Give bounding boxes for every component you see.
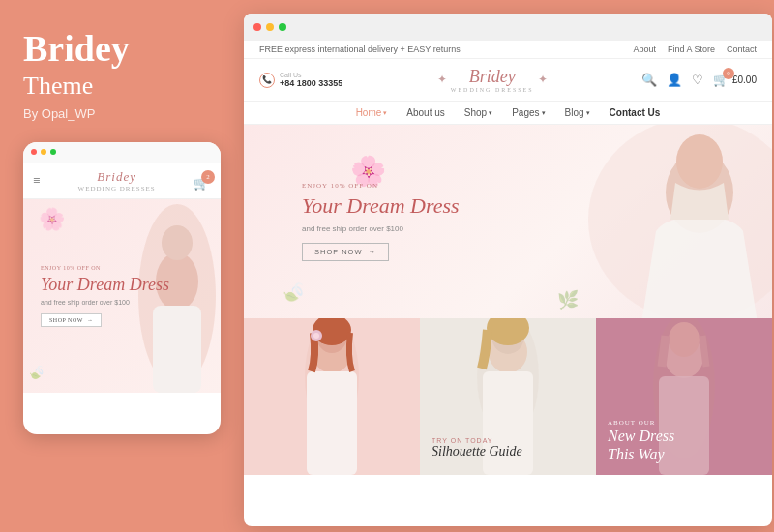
hero-woman-svg (550, 125, 772, 318)
mobile-hero-sub: and free ship order over $100 (41, 299, 207, 306)
account-icon[interactable]: 👤 (667, 73, 682, 88)
search-icon[interactable]: 🔍 (641, 73, 657, 88)
site-nav: Home ▾ About us Shop ▾ Pages ▾ Blog ▾ Co… (244, 102, 772, 125)
nav-home-arrow: ▾ (383, 109, 387, 117)
header-logo: ✦ Bridey WEDDING DRESSES ✦ (437, 67, 548, 93)
header-icons: 🔍 👤 ♡ 🛒 0 £0.00 (641, 73, 757, 88)
hero-content: ENJOY 10% OFF ON Your Dream Dress and fr… (302, 182, 460, 261)
product-grid: Try on today Silhouette Guide About Our … (244, 318, 772, 475)
theme-label: Theme (23, 72, 217, 101)
mobile-chrome (23, 142, 221, 163)
svg-point-14 (313, 333, 319, 339)
nav-contact[interactable]: Contact Us (610, 107, 661, 118)
mobile-hero: 🌸 🍃 ENJOY 10% OFF ON Your Dream Dress an… (23, 199, 221, 393)
svg-rect-10 (307, 371, 357, 475)
topbar-links: About Find A Store Contact (633, 44, 757, 54)
mobile-shop-button[interactable]: SHOP NOW → (41, 313, 102, 327)
cart-price: £0.00 (732, 74, 757, 85)
hero-shop-button[interactable]: SHOP NOW → (302, 243, 389, 261)
browser-dot-yellow (266, 23, 274, 31)
topbar-contact[interactable]: Contact (727, 44, 757, 54)
hero-btn-arrow: → (369, 248, 377, 256)
nav-about[interactable]: About us (406, 107, 444, 118)
nav-shop[interactable]: Shop ▾ (464, 107, 492, 118)
mobile-nav: ≡ Bridey WEDDING DRESSES 🛒 2 (23, 163, 221, 199)
hamburger-icon: ≡ (33, 173, 40, 189)
browser-panel: FREE express international delivery + EA… (244, 14, 772, 526)
wishlist-icon[interactable]: ♡ (692, 73, 703, 88)
mobile-hero-tag: ENJOY 10% OFF ON (41, 265, 207, 271)
product-card-3[interactable]: About Our New Dress This Way (596, 318, 772, 475)
browser-chrome (244, 14, 772, 41)
nav-home[interactable]: Home ▾ (356, 107, 388, 118)
mobile-dot-yellow (41, 149, 46, 155)
mobile-hero-title: Your Dream Dress (41, 275, 207, 296)
nav-shop-arrow: ▾ (489, 109, 492, 117)
logo-right-deco: ✦ (538, 73, 548, 87)
cart-badge: 0 (723, 68, 734, 79)
svg-point-6 (676, 134, 723, 189)
phone-icon: 📞 (259, 73, 275, 88)
brand-title: Bridey (23, 29, 217, 70)
svg-point-3 (162, 225, 193, 260)
hero-flower-2-icon: 🌿 (557, 289, 579, 310)
logo-left-deco: ✦ (437, 73, 447, 87)
mobile-dot-green (50, 149, 56, 155)
hero-btn-label: SHOP NOW (314, 248, 363, 256)
topbar-about[interactable]: About (633, 44, 656, 54)
mobile-cart-badge: 2 (201, 170, 215, 184)
mobile-flower-icon: 🌸 (39, 207, 65, 232)
product-card-3-overlay: About Our New Dress This Way (596, 318, 772, 475)
hero-section: ENJOY 10% OFF ON Your Dream Dress and fr… (244, 125, 772, 318)
phone-number: +84 1800 33355 (280, 78, 342, 88)
mobile-logo: Bridey WEDDING DRESSES (78, 169, 156, 192)
hero-enjoy-tag: ENJOY 10% OFF ON (302, 182, 460, 190)
browser-dot-green (279, 23, 286, 31)
product-card-1[interactable] (244, 318, 420, 475)
call-us-label: Call Us (280, 72, 342, 78)
header-phone: 📞 Call Us +84 1800 33355 (259, 72, 342, 88)
mobile-mockup: ≡ Bridey WEDDING DRESSES 🛒 2 🌸 🍃 ENJOY 1… (23, 142, 221, 434)
nav-blog[interactable]: Blog ▾ (565, 107, 590, 118)
cart-icon[interactable]: 🛒 0 (713, 73, 729, 88)
product-card-2[interactable]: Try on today Silhouette Guide (420, 318, 596, 475)
browser-dot-red (253, 23, 261, 31)
logo-text: Bridey (451, 67, 534, 87)
mobile-dot-red (31, 149, 37, 155)
cart-wrapper: 🛒 0 £0.00 (713, 73, 757, 88)
product-card-2-text: Try on today Silhouette Guide (432, 437, 522, 459)
nav-pages[interactable]: Pages ▾ (512, 107, 545, 118)
mobile-cart: 🛒 2 (194, 174, 211, 188)
topbar-find-store[interactable]: Find A Store (668, 44, 715, 54)
hero-leaf-icon: 🍃 (278, 276, 312, 310)
logo-sub-text: WEDDING DRESSES (451, 87, 534, 93)
hero-subtitle: and free ship order over $100 (302, 224, 460, 233)
site-topbar: FREE express international delivery + EA… (244, 41, 772, 59)
mobile-leaf-icon: 🍃 (26, 361, 49, 384)
brand-by: By Opal_WP (23, 106, 217, 121)
nav-blog-arrow: ▾ (586, 109, 590, 117)
product-card-1-image (244, 318, 420, 475)
promo-text: FREE express international delivery + EA… (259, 44, 461, 54)
site-header: 📞 Call Us +84 1800 33355 ✦ Bridey WEDDIN… (244, 59, 772, 102)
nav-pages-arrow: ▾ (542, 109, 546, 117)
hero-title: Your Dream Dress (302, 193, 460, 219)
hero-woman-figure (550, 125, 772, 318)
left-panel: Bridey Theme By Opal_WP ≡ Bridey WEDDING… (0, 0, 240, 532)
logo-wrapper: ✦ Bridey WEDDING DRESSES ✦ (437, 67, 548, 93)
